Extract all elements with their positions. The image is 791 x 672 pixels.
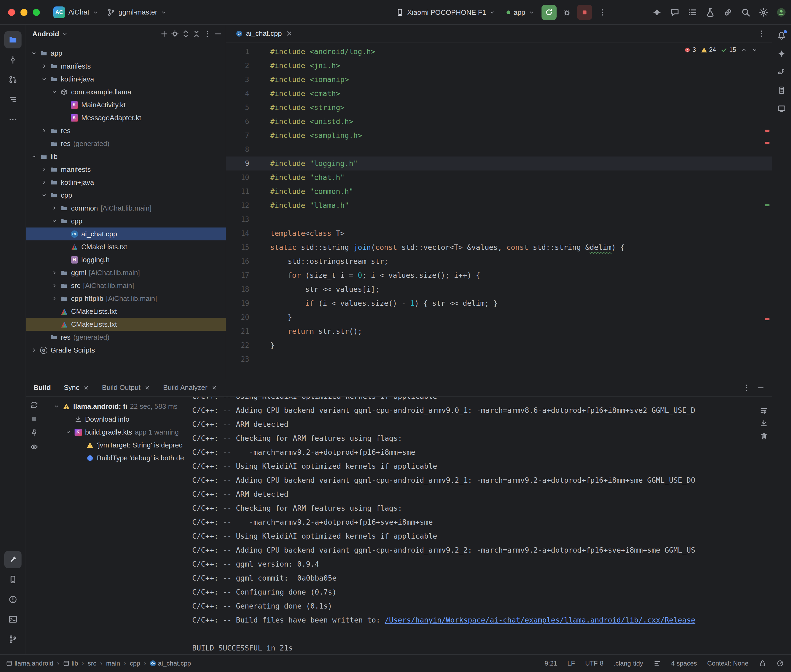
line-number[interactable]: 11 <box>226 184 256 198</box>
code-line[interactable]: 18 str << values[i]; <box>226 282 772 296</box>
code-line[interactable]: 21 return str.str(); <box>226 324 772 338</box>
code-line[interactable]: 19 if (i < values.size() - 1) { str << d… <box>226 296 772 310</box>
code-line[interactable]: 14template<class T> <box>226 226 772 240</box>
tree-toggle-icon[interactable] <box>50 89 59 95</box>
line-number[interactable]: 12 <box>226 198 256 213</box>
code-line[interactable]: 3#include <iomanip> <box>226 73 772 86</box>
tab-build-analyzer[interactable]: Build Analyzer <box>163 384 217 392</box>
tool-window-gradle-button[interactable] <box>774 64 789 80</box>
tree-toggle-icon[interactable] <box>29 347 39 353</box>
prev-problem-icon[interactable] <box>741 47 747 53</box>
error-stripe-mark[interactable] <box>765 142 770 144</box>
hide-build-panel-icon[interactable] <box>757 384 765 392</box>
line-number[interactable]: 15 <box>226 240 256 254</box>
hide-panel-icon[interactable] <box>214 30 222 38</box>
line-number[interactable]: 2 <box>226 59 256 73</box>
project-tree-item[interactable]: cpp <box>26 189 226 202</box>
re-sync-icon[interactable] <box>30 401 38 409</box>
build-panel-title[interactable]: Build <box>34 384 51 392</box>
editor-options-icon[interactable] <box>757 30 766 38</box>
line-number[interactable]: 22 <box>226 338 256 352</box>
expand-all-icon[interactable] <box>182 30 190 38</box>
project-tree-item[interactable]: kotlin+java <box>26 176 226 189</box>
warnings-count[interactable]: 24 <box>701 46 716 53</box>
project-view-selector[interactable]: Android <box>32 30 59 38</box>
errors-count[interactable]: 3 <box>684 46 696 53</box>
inspections-widget[interactable]: 3 24 15 <box>682 45 760 54</box>
project-tree-item[interactable]: Hlogging.h <box>26 253 226 266</box>
project-tree-item[interactable]: cpp <box>26 214 226 227</box>
tree-toggle-icon[interactable] <box>64 429 73 435</box>
task-list-button[interactable] <box>688 8 697 17</box>
tool-window-build-button[interactable] <box>4 551 21 568</box>
project-tree-item[interactable]: C+ai_chat.cpp <box>26 227 226 240</box>
build-tree-item[interactable]: Download info <box>26 413 192 426</box>
code-line[interactable]: 15static std::string join(const std::vec… <box>226 240 772 254</box>
breadcrumb-item[interactable]: main <box>106 660 120 667</box>
breadcrumb-item[interactable]: cpp <box>130 660 140 667</box>
code-line[interactable]: 2#include <jni.h> <box>226 59 772 73</box>
run-button[interactable] <box>542 5 557 20</box>
tree-toggle-icon[interactable] <box>52 403 61 409</box>
line-number[interactable]: 16 <box>226 254 256 268</box>
tool-window-running-devices-button[interactable] <box>774 101 789 116</box>
breadcrumb-item[interactable]: lib <box>63 660 78 667</box>
project-tree-item[interactable]: com.example.llama <box>26 85 226 98</box>
close-tab-icon[interactable] <box>286 30 293 37</box>
caret-position[interactable]: 9:21 <box>544 660 557 667</box>
tree-toggle-icon[interactable] <box>50 270 59 276</box>
tree-toggle-icon[interactable] <box>29 50 39 56</box>
code-line[interactable]: 9#include "logging.h" <box>226 157 772 171</box>
breadcrumb-item[interactable]: C+ai_chat.cpp <box>150 660 191 667</box>
window-controls[interactable] <box>8 9 40 16</box>
build-console[interactable]: C/C++: -- Using KleidiAI optimized kerne… <box>192 397 772 654</box>
project-tree-item[interactable]: KMainActivity.kt <box>26 98 226 111</box>
code-line[interactable]: 11#include "common.h" <box>226 184 772 198</box>
line-separator-widget[interactable]: LF <box>567 660 575 667</box>
inspections-status-icon[interactable] <box>777 660 784 667</box>
code-line[interactable]: 17 for (size_t i = 0; i < values.size();… <box>226 268 772 282</box>
project-tree-item[interactable]: CMakeLists.txt <box>26 305 226 318</box>
build-tree-item[interactable]: 'jvmTarget: String' is deprec <box>26 438 192 451</box>
line-number[interactable]: 14 <box>226 226 256 240</box>
debug-button[interactable] <box>559 5 574 20</box>
clang-tidy-widget[interactable]: .clang-tidy <box>614 660 643 667</box>
tree-toggle-icon[interactable] <box>50 296 59 301</box>
code-line[interactable]: 8 <box>226 142 772 157</box>
code-line[interactable]: 16 std::ostringstream str; <box>226 254 772 268</box>
breadcrumb-item[interactable]: llama.android <box>6 660 53 667</box>
build-tree-item[interactable]: llama.android: fi22 sec, 583 ms <box>26 400 192 413</box>
search-button[interactable] <box>741 8 751 17</box>
tool-window-project-button[interactable] <box>4 31 21 48</box>
passed-count[interactable]: 15 <box>721 46 736 53</box>
code-line[interactable]: 7#include <sampling.h> <box>226 128 772 142</box>
pin-icon[interactable] <box>30 429 38 437</box>
line-number[interactable]: 5 <box>226 101 256 115</box>
line-number[interactable]: 7 <box>226 128 256 142</box>
tree-toggle-icon[interactable] <box>39 128 49 134</box>
line-number[interactable]: 4 <box>226 86 256 101</box>
stop-sync-icon[interactable] <box>30 415 38 423</box>
line-number[interactable]: 1 <box>226 45 256 59</box>
build-tree-item[interactable]: Kbuild.gradle.ktsapp 1 warning <box>26 426 192 438</box>
project-tree-item[interactable]: lib <box>26 150 226 163</box>
line-number[interactable]: 9 <box>226 157 256 171</box>
tool-window-commit-button[interactable] <box>4 51 21 68</box>
project-tree-item[interactable]: res <box>26 124 226 137</box>
scroll-to-end-icon[interactable] <box>760 419 768 427</box>
profile-button[interactable] <box>777 8 786 17</box>
close-icon[interactable] <box>144 385 150 391</box>
encoding-widget[interactable]: UTF-8 <box>585 660 603 667</box>
line-number[interactable]: 6 <box>226 115 256 128</box>
code-line[interactable]: 23 <box>226 352 772 366</box>
build-tree-item[interactable]: BuildType 'debug' is both de <box>26 451 192 464</box>
line-number[interactable]: 23 <box>226 352 256 366</box>
tool-window-device-manager-button[interactable] <box>4 571 21 588</box>
code-line[interactable]: 13 <box>226 213 772 226</box>
stop-button[interactable] <box>577 5 592 20</box>
line-number[interactable]: 19 <box>226 296 256 310</box>
collapse-all-icon[interactable] <box>193 30 201 38</box>
project-tree-item[interactable]: manifests <box>26 163 226 176</box>
change-stripe-mark[interactable] <box>765 204 770 206</box>
tool-window-problems-button[interactable] <box>4 591 21 608</box>
